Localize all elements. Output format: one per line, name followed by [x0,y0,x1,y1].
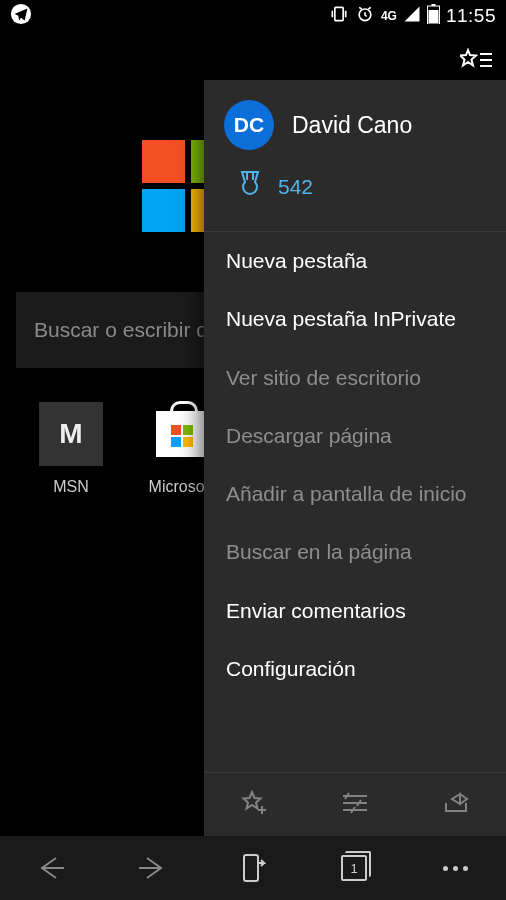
network-type-label: 4G [381,10,397,22]
avatar: DC [224,100,274,150]
menu-bottom-actions [204,772,506,836]
more-button[interactable] [425,866,485,871]
menu-item-desktop-site: Ver sitio de escritorio [204,349,506,407]
menu-item-add-home: Añadir a pantalla de inicio [204,465,506,523]
telegram-icon [10,3,32,29]
menu-item-download-page: Descargar página [204,407,506,465]
menu-item-new-tab[interactable]: Nueva pestaña [204,232,506,290]
menu-item-list: Nueva pestaña Nueva pestaña InPrivate Ve… [204,232,506,772]
forward-button[interactable] [122,856,182,880]
favorites-hub-button[interactable] [460,48,492,76]
tabs-button[interactable]: 1 [324,855,384,881]
browser-bottom-bar: 1 [0,836,506,900]
back-button[interactable] [21,856,81,880]
vibrate-icon [329,4,349,28]
svg-rect-4 [431,4,435,6]
more-icon [443,866,468,871]
clock: 11:55 [446,5,496,27]
share-icon[interactable] [442,791,470,819]
menu-item-find-in-page: Buscar en la página [204,523,506,581]
continue-on-pc-button[interactable] [223,853,283,883]
tile-initial: M [39,402,103,466]
menu-item-inprivate[interactable]: Nueva pestaña InPrivate [204,290,506,348]
profile-row[interactable]: DC David Cano [204,80,506,156]
status-bar: 4G 11:55 [0,0,506,32]
svg-rect-1 [335,7,343,20]
signal-icon [403,5,421,27]
overflow-menu: DC David Cano 542 Nueva pestaña Nueva pe… [204,80,506,836]
svg-rect-5 [428,10,438,23]
tab-count-badge: 1 [341,855,367,881]
add-favorite-icon[interactable] [240,790,268,820]
menu-item-feedback[interactable]: Enviar comentarios [204,582,506,640]
speed-dial-msn[interactable]: M MSN [36,402,106,496]
rewards-points: 542 [278,175,313,199]
menu-item-settings[interactable]: Configuración [204,640,506,698]
alarm-icon [355,4,375,28]
medal-icon [238,170,262,203]
reading-list-icon[interactable] [341,792,369,818]
rewards-row[interactable]: 542 [204,156,506,231]
tile-label: MSN [53,478,89,496]
svg-rect-6 [244,855,258,881]
profile-name: David Cano [292,112,412,139]
battery-icon [427,4,440,28]
